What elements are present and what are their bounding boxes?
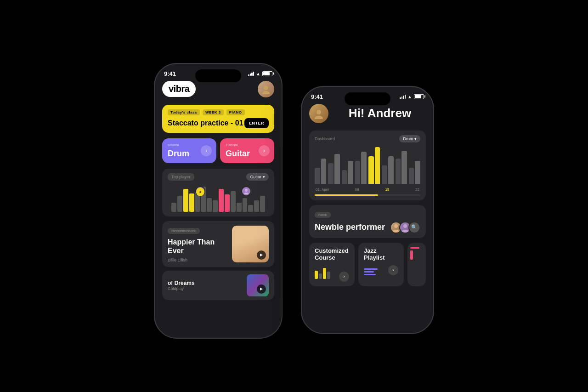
jazz-playlist-title: JazzPlaylist (364, 247, 398, 261)
enter-button[interactable]: ENTER (244, 118, 269, 128)
svg-point-10 (403, 224, 407, 228)
status-icons-right: ▲ (400, 94, 424, 99)
waveform-chart: 3 (168, 184, 269, 212)
tutorial-card-drum[interactable]: tutorial Drum › (162, 138, 216, 163)
rank-search-icon[interactable]: 🔍 (408, 222, 420, 233)
phone-right: 9:41 ▲ (301, 86, 434, 334)
svg-point-5 (244, 193, 249, 194)
third-card-bars (410, 247, 423, 260)
playlist-lines-icon (364, 268, 378, 275)
second-rec-artist: Coldplay (168, 286, 242, 291)
tutorial-arrow-drum: › (201, 145, 212, 156)
chart-date-active: 15 (385, 187, 389, 192)
battery-icon-right (414, 94, 424, 99)
rank-badge: 3 (196, 188, 204, 196)
progress-bar-fill (315, 194, 378, 196)
drum-badge[interactable]: Drum ▾ (399, 135, 420, 142)
rank-avatars: 🔍 (390, 222, 420, 233)
chart-group-2 (328, 154, 339, 184)
phone-right-content: Hi! Andrew Dashboard Drum ▾ (302, 100, 433, 294)
rec-artist: Billie Eilish (168, 258, 232, 262)
chart-timeline: 01. April 08 15 22 (315, 187, 420, 192)
svg-point-4 (245, 189, 248, 192)
rec-label: Recommended (168, 228, 200, 234)
battery-icon (262, 71, 272, 76)
progress-bar-track (315, 194, 420, 196)
chart-group-active (368, 147, 380, 184)
chart-date-2: 08 (355, 187, 359, 192)
phone-left-screen: 9:41 ▲ vibra (155, 64, 282, 338)
banner-tags: Today's class WEEK 3 PIANO (168, 109, 269, 115)
user-avatar-left[interactable] (258, 81, 274, 97)
dashboard-header: Dashboard Drum ▾ (315, 135, 420, 142)
status-icons-left: ▲ (248, 71, 272, 76)
svg-point-1 (262, 91, 270, 94)
top-player-header: Top player Guitar ▾ (168, 173, 269, 181)
dynamic-island-left (195, 69, 241, 82)
banner-tag-class: Today's class (168, 109, 200, 115)
dashboard-chart (315, 147, 420, 184)
jazz-playlist-card[interactable]: JazzPlaylist › (358, 243, 404, 286)
chart-group-4 (355, 152, 367, 184)
today-banner[interactable]: Today's class WEEK 3 PIANO Staccato prac… (162, 105, 274, 133)
svg-point-7 (315, 116, 323, 119)
status-time-left: 9:41 (164, 70, 176, 77)
rank-card: Rank Newbie performer 🔍 (309, 205, 426, 238)
player-avatar-1: 3 (195, 186, 205, 196)
second-rec-card[interactable]: of Dreams Coldplay ▶ (162, 271, 274, 300)
second-rec-image: ▶ (247, 274, 269, 296)
wifi-icon: ▲ (256, 71, 260, 76)
recommended-card[interactable]: Recommended Happier Than Ever Billie Eil… (162, 221, 274, 267)
top-player-card: Top player Guitar ▾ 3 (162, 169, 274, 216)
banner-tag-piano: PIANO (226, 109, 245, 115)
chart-date-1: 01. April (316, 187, 329, 192)
svg-point-0 (264, 85, 268, 90)
play-button-2[interactable]: ▶ (257, 284, 266, 294)
chart-group-3 (342, 161, 353, 184)
player-avatar-2 (241, 186, 251, 196)
phone-right-screen: 9:41 ▲ (302, 87, 433, 333)
chart-group-1 (315, 159, 326, 184)
top-player-label: Top player (168, 173, 194, 181)
play-button[interactable]: ▶ (257, 250, 266, 260)
banner-title: Staccato practice - 01 (168, 119, 243, 127)
course-icon (315, 265, 330, 279)
customized-course-card[interactable]: CustomizedCourse › (309, 243, 355, 286)
phone-left-content: vibra Today's class WEEK 3 PIANO (155, 77, 282, 307)
user-avatar-right[interactable] (309, 104, 328, 123)
chart-date-3: 22 (415, 187, 419, 192)
svg-point-8 (394, 224, 398, 228)
dynamic-island-right (345, 92, 390, 105)
wifi-icon-right: ▲ (407, 94, 412, 99)
app-header: vibra (162, 81, 274, 97)
signal-icon (248, 71, 254, 76)
vibra-logo: vibra (162, 81, 196, 97)
playlist-arrow[interactable]: › (388, 265, 398, 275)
course-arrow[interactable]: › (339, 272, 349, 282)
dashboard-card: Dashboard Drum ▾ (309, 131, 426, 200)
svg-point-11 (401, 230, 409, 233)
rec-image: ▶ (232, 226, 269, 262)
tutorial-arrow-guitar: › (259, 145, 270, 156)
dashboard-label: Dashboard (315, 136, 335, 141)
customized-course-title: CustomizedCourse (315, 247, 349, 261)
tutorial-row: tutorial Drum › Tutorial Guitar › (162, 138, 274, 163)
rank-title: Newbie performer (315, 222, 385, 232)
chart-group-7 (396, 151, 407, 184)
svg-point-9 (392, 230, 400, 233)
tutorial-card-guitar[interactable]: Tutorial Guitar › (220, 138, 274, 163)
svg-point-6 (317, 110, 321, 114)
banner-tag-week: WEEK 3 (203, 109, 224, 115)
rank-label: Rank (315, 212, 331, 218)
scene: 9:41 ▲ vibra (0, 0, 588, 392)
chart-group-8 (409, 161, 420, 184)
rec-title: Happier Than Ever (168, 238, 232, 255)
third-card[interactable] (407, 243, 426, 286)
guitar-badge[interactable]: Guitar ▾ (246, 173, 269, 181)
status-time-right: 9:41 (311, 93, 323, 100)
right-header: Hi! Andrew (309, 104, 426, 123)
bottom-cards-row: CustomizedCourse › (309, 243, 426, 286)
phone-left: 9:41 ▲ vibra (154, 63, 283, 339)
banner-bottom: Staccato practice - 01 ENTER (168, 118, 269, 128)
greeting: Hi! Andrew (334, 106, 426, 120)
